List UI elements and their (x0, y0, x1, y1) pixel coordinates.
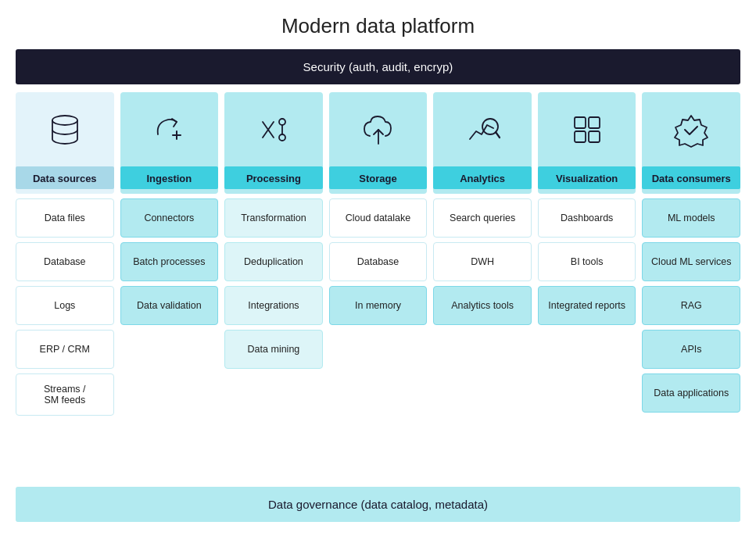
list-item: RAG (642, 286, 740, 325)
storage-label: Storage (329, 166, 428, 189)
column-datasources: Data sources Data files Database Logs ER… (16, 92, 114, 479)
header-card-consumers: Data consumers (642, 92, 740, 194)
database-icon (45, 109, 85, 150)
header-card-storage: Storage (329, 92, 428, 194)
list-item: Database (329, 242, 428, 281)
list-item: APIs (642, 330, 740, 369)
list-item: Data validation (120, 286, 219, 325)
analytics-label: Analytics (433, 166, 532, 189)
badge-check-icon (671, 109, 711, 150)
list-item: Data files (16, 198, 114, 238)
visualization-label: Visualization (538, 166, 636, 189)
cloud-upload-icon (358, 109, 399, 150)
ingestion-icon (149, 109, 189, 150)
svg-rect-13 (589, 131, 600, 142)
storage-icon-area (329, 92, 428, 166)
processing-icon (253, 109, 294, 150)
column-ingestion: Ingestion Connectors Batch processes Dat… (120, 92, 219, 479)
security-bar: Security (auth, audit, encryp) (16, 49, 740, 84)
list-item: Logs (16, 286, 114, 325)
header-card-visualization: Visualization (538, 92, 636, 194)
svg-rect-12 (589, 117, 600, 128)
list-item: Data mining (224, 330, 323, 369)
list-item: Integrated reports (538, 286, 636, 325)
consumers-icon-area (642, 92, 740, 166)
processing-icon-area (224, 92, 323, 166)
column-processing: Processing Transformation Deduplication … (224, 92, 323, 479)
analytics-chart-icon (462, 109, 503, 150)
processing-label: Processing (224, 166, 323, 189)
svg-point-6 (279, 134, 285, 141)
column-visualization: Visualization Dashboards BI tools Integr… (538, 92, 636, 479)
list-item: BI tools (538, 242, 636, 281)
header-card-processing: Processing (224, 92, 323, 194)
list-item: Dashboards (538, 198, 636, 238)
list-item: DWH (433, 242, 532, 281)
list-item: Cloud datalake (329, 198, 428, 238)
ingestion-label: Ingestion (120, 166, 219, 189)
list-item: Deduplication (224, 242, 323, 281)
page-title: Modern data platform (281, 14, 475, 38)
svg-point-5 (279, 119, 285, 125)
list-item: Cloud ML services (642, 242, 740, 281)
datasources-label: Data sources (16, 166, 114, 189)
column-storage: Storage Cloud datalake Database In memor… (329, 92, 428, 479)
header-card-analytics: Analytics (433, 92, 532, 194)
list-item: Transformation (224, 198, 323, 238)
list-item: Batch processes (120, 242, 219, 281)
list-item: Integrations (224, 286, 323, 325)
main-grid: Data sources Data files Database Logs ER… (16, 92, 740, 479)
column-consumers: Data consumers ML models Cloud ML servic… (642, 92, 740, 479)
list-item: Streams /SM feeds (16, 373, 114, 416)
governance-bar: Data governance (data catalog, metadata) (16, 487, 740, 522)
header-card-ingestion: Ingestion (120, 92, 219, 194)
list-item: Search queries (433, 198, 532, 238)
datasources-icon-area (16, 92, 114, 166)
ingestion-icon-area (120, 92, 219, 166)
consumers-label: Data consumers (642, 166, 740, 189)
list-item: Analytics tools (433, 286, 532, 325)
list-item: ERP / CRM (16, 330, 114, 369)
analytics-icon-area (433, 92, 532, 166)
svg-rect-11 (575, 117, 586, 128)
dashboard-icon (567, 109, 607, 150)
svg-point-0 (52, 116, 77, 125)
svg-line-10 (496, 132, 500, 138)
list-item: In memory (329, 286, 428, 325)
svg-rect-14 (575, 131, 586, 142)
header-card-datasources: Data sources (16, 92, 114, 194)
list-item: Connectors (120, 198, 219, 238)
list-item: ML models (642, 198, 740, 238)
list-item: Database (16, 242, 114, 281)
list-item: Data applications (642, 373, 740, 413)
visualization-icon-area (538, 92, 636, 166)
column-analytics: Analytics Search queries DWH Analytics t… (433, 92, 532, 479)
